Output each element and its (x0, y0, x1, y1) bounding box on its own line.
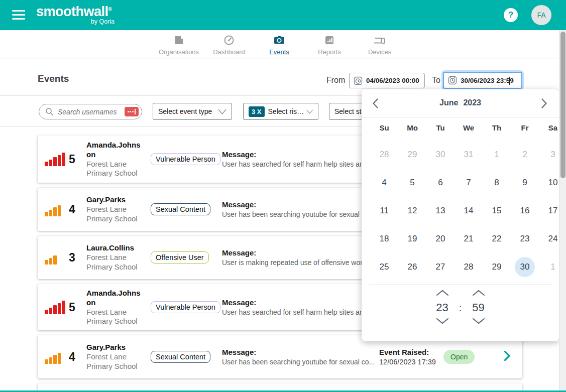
help-icon[interactable]: ? (504, 8, 518, 22)
chevron-down-icon (306, 109, 313, 114)
message-text: User is making repeated use of offensive… (222, 258, 379, 267)
logo-registered-mark: ® (108, 7, 112, 12)
calendar-day[interactable]: 19 (402, 229, 422, 249)
message-block: Message: User has been searching youtube… (222, 347, 379, 366)
calendar-day[interactable]: 28 (459, 257, 479, 277)
calendar-day[interactable]: 14 (459, 201, 479, 221)
tab-label: Events (269, 48, 289, 56)
menu-icon[interactable] (12, 10, 25, 20)
school-name: Forest Lane Primary School (86, 205, 144, 224)
next-month-icon[interactable] (541, 98, 547, 110)
calendar-day: 29 (402, 145, 422, 165)
calendar-day[interactable]: 22 (487, 229, 507, 249)
calendar-day[interactable]: 26 (402, 257, 422, 277)
scrollbar-track[interactable] (559, 30, 566, 392)
user-block: Gary.Parks Forest Lane Primary School (86, 195, 144, 223)
calendar-day[interactable]: 13 (430, 201, 450, 221)
calendar-day[interactable]: 9 (515, 173, 535, 193)
tab-reports[interactable]: Reports (304, 30, 355, 59)
risk-level-select[interactable]: 3 X Select risk lev... (243, 103, 318, 120)
calendar-day[interactable]: 21 (459, 229, 479, 249)
calendar-day[interactable]: 27 (430, 257, 450, 277)
organisations-building-icon (154, 34, 204, 47)
message-block: Message: User is making repeated use of … (222, 248, 379, 267)
previous-month-icon[interactable] (373, 98, 378, 110)
event-type-select[interactable]: Select event type (153, 103, 232, 120)
search-placeholder: Search usernames (58, 108, 125, 116)
event-type-tag: Sexual Content (151, 351, 210, 363)
calendar-day[interactable]: 23 (515, 229, 535, 249)
message-text: User has been searching youtube for sexu… (222, 210, 379, 219)
weekday-label: Mo (398, 123, 426, 132)
calendar-year[interactable]: 2023 (463, 98, 481, 107)
event-row[interactable]: 4 Gary.Parks Forest Lane Primary School … (38, 335, 522, 378)
weekday-label: We (455, 123, 483, 132)
scrollbar-thumb[interactable] (560, 32, 565, 178)
user-block: Gary.Parks Forest Lane Primary School (86, 343, 144, 371)
calendar-day[interactable]: 18 (374, 229, 394, 249)
minute-up-icon[interactable] (472, 289, 485, 298)
calendar-day[interactable]: 30 (515, 257, 535, 277)
calendar-day: 1 (487, 145, 507, 165)
calendar-day[interactable]: 20 (430, 229, 450, 249)
calendar-day[interactable]: 7 (459, 173, 479, 193)
tab-dashboard[interactable]: Dashboard (204, 30, 254, 59)
primary-nav: Organisations Dashboard Events Reports (0, 30, 566, 59)
user-block: Laura.Collins Forest Lane Primary School (86, 243, 144, 272)
from-date-value: 04/06/2023 00:00 (366, 77, 419, 84)
tab-label: Devices (368, 48, 391, 56)
events-page: smoothwall® by Qoria ? FA Organisations … (0, 0, 566, 392)
calendar-day: 28 (374, 145, 394, 165)
extension-ellipsis-icon[interactable] (125, 107, 139, 116)
username: Gary.Parks (86, 343, 144, 352)
hour-value[interactable]: 23 (431, 301, 454, 314)
calendar-day[interactable]: 5 (402, 173, 422, 193)
minute-down-icon[interactable] (472, 317, 485, 326)
calendar-day[interactable]: 29 (487, 257, 507, 277)
avatar[interactable]: FA (531, 5, 551, 25)
calendar-day[interactable]: 8 (487, 173, 507, 193)
message-label: Message: (222, 150, 379, 160)
risk-bars-icon (45, 350, 68, 364)
risk-level: 4 (69, 350, 75, 364)
calendar-day[interactable]: 6 (430, 173, 450, 193)
calendar-day[interactable]: 11 (374, 201, 394, 221)
search-usernames-input[interactable]: Search usernames (39, 104, 142, 119)
risk-count-clear-badge[interactable]: 3 X (249, 106, 265, 117)
event-type-tag: Vulnerable Person (151, 153, 220, 165)
reports-chart-icon (304, 34, 355, 47)
weekday-label: Tu (426, 123, 455, 132)
risk-select-label: Select risk lev... (268, 107, 306, 115)
from-date-input[interactable]: 04/06/2023 00:00 (349, 73, 425, 88)
message-block: Message: User has searched for self harm… (222, 298, 379, 317)
chevron-right-icon[interactable] (504, 350, 511, 363)
event-raised-label: Event Raised: (379, 347, 444, 357)
calendar-day-grid: 2829303112345678910111213141516171819202… (370, 141, 566, 281)
event-type-select-label: Select event type (158, 107, 212, 115)
calendar-month[interactable]: June (439, 98, 458, 107)
calendar-day[interactable]: 12 (402, 201, 422, 221)
tab-devices[interactable]: Devices (355, 30, 405, 59)
from-label: From (326, 76, 345, 85)
divider (362, 117, 559, 118)
risk-level: 5 (69, 301, 75, 314)
calendar-month-year: June2023 (362, 96, 559, 107)
message-label: Message: (222, 298, 379, 308)
tab-events[interactable]: Events (254, 30, 304, 59)
divider (369, 284, 552, 285)
chevron-down-icon (218, 109, 227, 114)
hour-up-icon[interactable] (436, 289, 449, 298)
hour-down-icon[interactable] (436, 317, 449, 326)
calendar-day: 31 (459, 145, 479, 165)
calendar-day[interactable]: 4 (374, 173, 394, 193)
to-date-input[interactable]: 30/06/2023 23:59 (443, 72, 522, 89)
user-block: Amanda.Johnson Forest Lane Primary Schoo… (86, 141, 144, 178)
calendar-day[interactable]: 25 (374, 257, 394, 277)
calendar-day[interactable]: 15 (487, 201, 507, 221)
risk-level: 4 (69, 203, 75, 216)
tab-organisations[interactable]: Organisations (154, 30, 204, 59)
calendar-day[interactable]: 16 (515, 201, 535, 221)
risk-bars-icon (45, 300, 68, 314)
smoothwall-logo: smoothwall® by Qoria (36, 4, 122, 25)
minute-value[interactable]: 59 (467, 301, 490, 314)
